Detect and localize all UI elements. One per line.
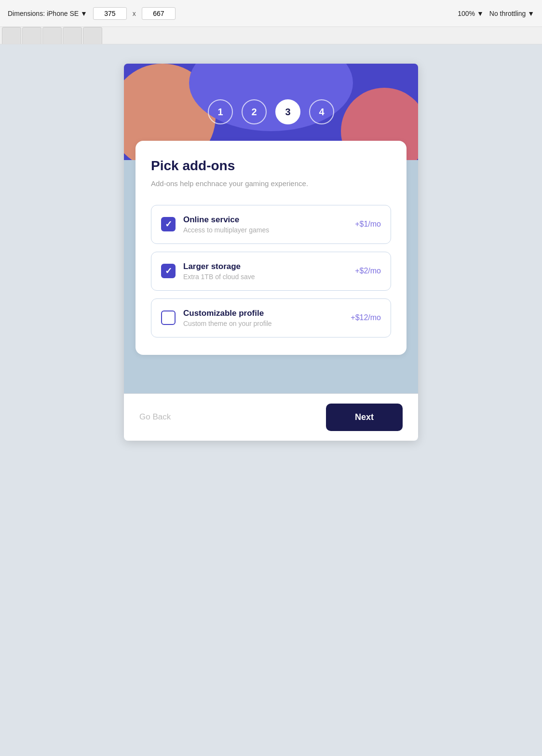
step-1[interactable]: 1 <box>208 99 233 124</box>
addon-3-checkbox[interactable]: ✓ <box>161 310 176 325</box>
zoom-label[interactable]: 100% ▼ <box>458 10 484 17</box>
addon-customizable-profile[interactable]: ✓ Customizable profile Custom theme on y… <box>151 298 391 338</box>
checkmark-icon-2: ✓ <box>165 267 172 275</box>
addon-2-name: Larger storage <box>183 262 347 271</box>
addon-1-desc: Access to multiplayer games <box>183 226 347 234</box>
step-3-active[interactable]: 3 <box>275 99 300 124</box>
addon-1-name: Online service <box>183 215 347 225</box>
tab-1[interactable] <box>2 27 21 44</box>
addon-3-price: +$12/mo <box>351 313 381 322</box>
addon-online-service[interactable]: ✓ Online service Access to multiplayer g… <box>151 205 391 244</box>
go-back-button[interactable]: Go Back <box>139 412 171 422</box>
dimensions-label[interactable]: Dimensions: iPhone SE ▼ <box>8 10 87 17</box>
card-title: Pick add-ons <box>151 158 391 174</box>
tab-2[interactable] <box>22 27 41 44</box>
addon-3-info: Customizable profile Custom theme on you… <box>183 309 343 327</box>
card: Pick add-ons Add-ons help enchnace your … <box>136 141 406 355</box>
phone-spacer <box>124 355 418 393</box>
addon-1-info: Online service Access to multiplayer gam… <box>183 215 347 234</box>
width-input[interactable] <box>93 7 127 20</box>
addon-3-desc: Custom theme on your profile <box>183 320 343 327</box>
tab-3[interactable] <box>42 27 62 44</box>
addon-1-price: +$1/mo <box>355 220 381 229</box>
throttle-label[interactable]: No throttling ▼ <box>489 10 534 17</box>
addon-3-name: Customizable profile <box>183 309 343 318</box>
x-separator: x <box>133 10 136 17</box>
footer-nav: Go Back Next <box>124 393 418 441</box>
addon-2-info: Larger storage Extra 1TB of cloud save <box>183 262 347 281</box>
addon-1-checkbox[interactable]: ✓ <box>161 217 176 231</box>
step-4[interactable]: 4 <box>309 99 334 124</box>
step-2[interactable]: 2 <box>242 99 267 124</box>
tab-4[interactable] <box>63 27 82 44</box>
card-subtitle: Add-ons help enchnace your gaming experi… <box>151 178 391 189</box>
phone-frame: 1 2 3 4 Pick add-ons Add-ons help enchna… <box>124 64 418 441</box>
tab-5[interactable] <box>83 27 102 44</box>
tab-bar <box>0 27 542 44</box>
height-input[interactable] <box>142 7 176 20</box>
next-button[interactable]: Next <box>326 404 403 431</box>
addon-2-price: +$2/mo <box>355 267 381 275</box>
main-area: 1 2 3 4 Pick add-ons Add-ons help enchna… <box>0 44 542 756</box>
addon-2-desc: Extra 1TB of cloud save <box>183 273 347 281</box>
toolbar: Dimensions: iPhone SE ▼ x 100% ▼ No thro… <box>0 0 542 27</box>
addon-2-checkbox[interactable]: ✓ <box>161 264 176 278</box>
checkmark-icon-1: ✓ <box>165 220 172 229</box>
addon-larger-storage[interactable]: ✓ Larger storage Extra 1TB of cloud save… <box>151 252 391 291</box>
steps-container: 1 2 3 4 <box>208 99 334 124</box>
